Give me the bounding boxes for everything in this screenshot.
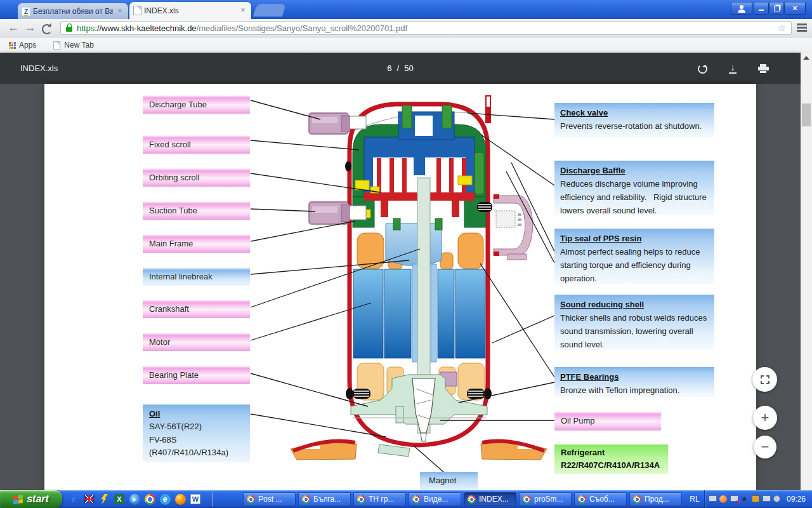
bookmark-star-icon[interactable]: ☆ [778, 22, 786, 34]
new-tab-bookmark[interactable]: New Tab [53, 41, 93, 50]
antivirus-icon[interactable] [719, 495, 728, 504]
window-title: Съоб... [589, 495, 615, 504]
taskbar-window-soob[interactable]: Съоб... [574, 492, 627, 506]
taskbar-window-prod[interactable]: Прод... [629, 492, 682, 506]
tab-title: Безплатни обяви от Bazar.l [33, 7, 113, 16]
forward-button[interactable]: → [24, 21, 36, 34]
internet-explorer-icon[interactable]: e [67, 493, 80, 505]
network-error-icon[interactable]: × [730, 495, 738, 504]
chrome-menu-icon[interactable] [797, 23, 807, 33]
label-magnet: Magnet [420, 472, 478, 490]
scroll-up-icon[interactable] [803, 56, 809, 60]
internet-explorer-alt-icon[interactable]: e [159, 493, 171, 505]
chrome-icon [412, 495, 421, 504]
clock[interactable]: 09:26 [787, 495, 806, 504]
tab-close-icon[interactable]: × [115, 7, 124, 16]
window-title: ТН гр... [369, 495, 394, 504]
zoom-out-button[interactable]: − [754, 436, 776, 458]
label-motor: Motor [143, 333, 250, 351]
back-button[interactable]: ← [8, 21, 19, 34]
close-button[interactable]: × [784, 2, 806, 15]
scrollbar-thumb[interactable] [802, 104, 811, 126]
excel-icon[interactable]: X [113, 493, 126, 505]
profile-button[interactable] [731, 2, 752, 15]
person-icon [740, 5, 743, 9]
chrome-icon [468, 495, 476, 504]
tab-title: INDEX.xls [144, 6, 236, 15]
callout-heading: Check valve [560, 107, 709, 119]
print-button[interactable] [754, 62, 772, 76]
maximize-icon [774, 6, 780, 11]
window-title: INDEX... [479, 495, 509, 504]
url-text: https://www.skh-kaeltetechnik.de/mediafi… [77, 23, 774, 33]
window-title: Виде... [424, 495, 448, 504]
callout-heading: Sound reducing shell [560, 298, 709, 311]
media-player-icon[interactable]: ▶ [128, 493, 141, 505]
apps-grid-icon [9, 42, 16, 49]
download-button[interactable]: ↓ [724, 62, 742, 76]
callout-body: Prevents reverse-rotation at shutdown. [560, 119, 709, 133]
chrome-icon [633, 495, 641, 504]
https-lock-icon[interactable] [66, 27, 72, 32]
new-tab-button[interactable] [253, 4, 286, 17]
taskbar-window-prosm[interactable]: proSm... [519, 492, 572, 506]
fit-to-page-button[interactable] [752, 367, 777, 392]
taskbar-window-video[interactable]: Виде... [409, 492, 461, 506]
tab-index-xls[interactable]: INDEX.xls × [129, 2, 251, 19]
callout-heading: Oil [149, 408, 250, 420]
url-protocol: https [77, 23, 95, 33]
pdf-scrollbar[interactable] [801, 53, 812, 490]
uk-flag-icon[interactable] [82, 493, 95, 505]
rotate-button[interactable] [693, 62, 711, 76]
taskbar-window-index-active[interactable]: INDEX... [464, 492, 516, 506]
bazar-favicon-icon: Z [22, 7, 30, 16]
url-host: ://www.skh-kaeltetechnik.de [95, 23, 196, 33]
oil-line-3: (R407/R410A/R134a) [149, 446, 250, 460]
reload-button[interactable] [42, 24, 52, 34]
lightning-icon[interactable] [98, 493, 110, 505]
minimize-button[interactable] [754, 2, 769, 15]
callout-body: Almost perfect sealing helps to reduce s… [560, 245, 709, 285]
taskbar-window-post[interactable]: Post ... [243, 492, 296, 506]
display-icon[interactable] [763, 495, 771, 504]
address-bar[interactable]: https://www.skh-kaeltetechnik.de/mediafi… [60, 21, 792, 35]
firefox-icon[interactable] [174, 493, 187, 505]
close-icon: × [792, 5, 797, 11]
chrome-icon [578, 495, 586, 504]
tab-bazar[interactable]: Z Безплатни обяви от Bazar.l × [18, 3, 128, 19]
desktop: Z Безплатни обяви от Bazar.l × INDEX.xls… [0, 0, 812, 508]
word-icon[interactable]: W [189, 493, 202, 505]
total-pages: 50 [404, 64, 413, 73]
start-button[interactable]: start [0, 490, 62, 508]
pdf-page-indicator: 6/50 [384, 53, 416, 84]
label-orbiting-scroll: Orbiting scroll [143, 168, 250, 187]
label-main-frame: Main Frame [143, 234, 250, 253]
callout-heading: Tip seal of PPS resin [560, 232, 709, 245]
volume-icon[interactable] [773, 495, 782, 504]
page-icon [53, 41, 60, 50]
apps-shortcut[interactable]: Apps [0, 41, 36, 50]
chrome-icon[interactable] [143, 493, 156, 505]
chrome-icon [357, 495, 365, 504]
window-title: Бълга... [313, 495, 341, 504]
taskbar-window-tn[interactable]: ТН гр... [353, 492, 406, 506]
callout-tip-seal: Tip seal of PPS resin Almost perfect sea… [554, 229, 714, 284]
taskbar-window-bulgaria[interactable]: Бълга... [298, 492, 351, 506]
callout-heading: PTFE Bearings [560, 371, 709, 384]
current-page[interactable]: 6 [387, 64, 391, 73]
start-label: start [27, 493, 49, 505]
zoom-in-button[interactable]: + [753, 406, 777, 430]
rotate-icon [698, 64, 707, 74]
apps-label: Apps [19, 41, 36, 50]
callout-oil: Oil SAY-56T(R22) FV-68S (R407/R410A/R134… [143, 404, 250, 462]
network-signal-icon[interactable] [709, 495, 717, 504]
maximize-button[interactable] [769, 2, 784, 15]
window-title: Прод... [645, 495, 669, 504]
tab-close-icon[interactable]: × [239, 6, 247, 15]
window-title: proSm... [534, 495, 563, 504]
language-indicator[interactable]: RL [685, 490, 704, 508]
callout-check-valve: Check valve Prevents reverse-rotation at… [554, 103, 714, 138]
image-viewer-icon[interactable] [752, 495, 760, 504]
star-icon[interactable]: ★ [741, 495, 749, 504]
taskbar: start e X ▶ e W Post ... Бълга... ТН гр.… [0, 490, 812, 508]
